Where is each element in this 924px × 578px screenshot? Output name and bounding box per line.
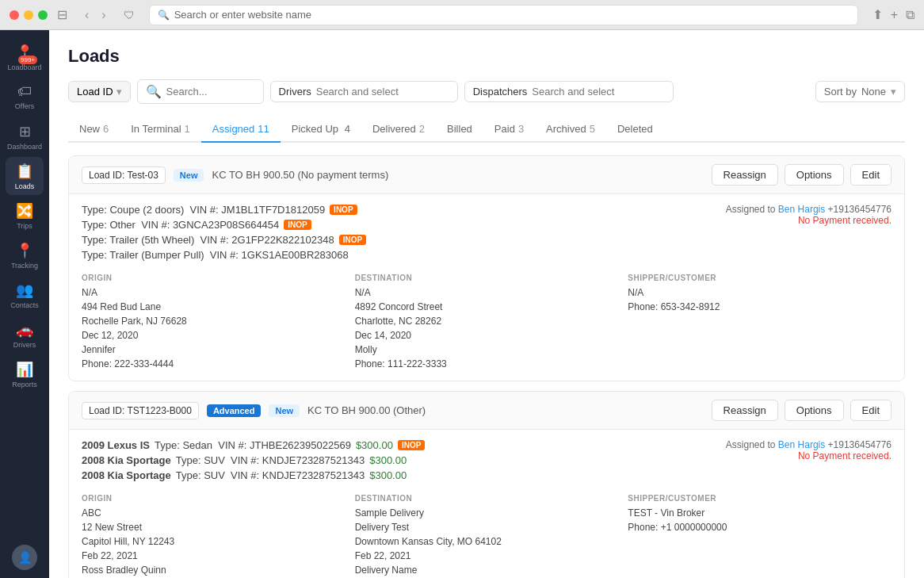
options-button[interactable]: Options [785, 400, 844, 421]
vehicle-name: 2008 Kia Sportage [82, 454, 171, 466]
assign-info: Assigned to Ben Hargis +19136454776 No P… [726, 204, 892, 264]
dest-name: N/A [355, 287, 371, 298]
route-text: KC TO BH 900.50 (No payment terms) [212, 169, 388, 181]
load-id-dropdown-icon: ▾ [116, 86, 122, 98]
inop-badge: INOP [284, 220, 311, 230]
sidebar-item-drivers[interactable]: 🚗 Drivers [6, 316, 44, 354]
titlebar-actions: ⬆ + ⧉ [872, 7, 914, 22]
forward-button[interactable]: › [97, 6, 110, 24]
minimize-button[interactable] [24, 10, 33, 20]
dispatchers-input[interactable] [532, 86, 665, 98]
tab-assigned[interactable]: Assigned11 [201, 117, 281, 143]
reports-icon: 📊 [16, 361, 33, 378]
origin-contact: Jennifer [82, 344, 116, 355]
titlebar: ⊟ ‹ › 🛡 🔍 Search or enter website name ⬆… [0, 0, 924, 30]
vehicle-desc: Type: Coupe (2 doors) VIN #: JM1BL1TF7D1… [82, 204, 325, 216]
payment-status: No Payment received. [726, 215, 892, 226]
tracking-icon: 📍 [16, 242, 33, 259]
tab-delivered[interactable]: Delivered2 [361, 117, 436, 143]
price-badge: $300.00 [369, 469, 407, 481]
route-text: KC TO BH 900.00 (Other) [307, 404, 426, 416]
load-actions: Reassign Options Edit [712, 400, 892, 421]
origin-section: ORIGIN N/A 494 Red Bud Lane Rochelle Par… [82, 274, 346, 371]
vehicle-row: Type: Coupe (2 doors) VIN #: JM1BL1TF7D1… [82, 204, 726, 216]
inop-badge: INOP [339, 235, 366, 245]
sidebar-item-reports[interactable]: 📊 Reports [6, 355, 44, 393]
address-bar-text: Search or enter website name [174, 9, 311, 21]
vehicle-name: 2008 Kia Sportage [82, 469, 171, 481]
sidebar: 📍 Loadboard 999+ 🏷 Offers ⊞ Dashboard 📋 … [0, 30, 49, 578]
sidebar-item-wrap-loadboard: 📍 Loadboard 999+ [6, 38, 44, 78]
sort-dropdown[interactable]: Sort by None ▾ [815, 81, 905, 102]
sidebar-item-tracking[interactable]: 📍 Tracking [6, 236, 44, 274]
shipper-name: N/A [628, 287, 643, 298]
tab-in-terminal[interactable]: In Terminal1 [120, 117, 201, 143]
sidebar-item-trips[interactable]: 🔀 Trips [6, 197, 44, 235]
dest-address: Delivery Test [355, 522, 409, 533]
load-card: Load ID: Test-03 New KC TO BH 900.50 (No… [68, 155, 905, 381]
origin-name: ABC [82, 507, 101, 519]
load-id-badge: Load ID: TST1223-B000 [82, 402, 199, 419]
options-button[interactable]: Options [785, 164, 844, 186]
destination-section: DESTINATION Sample Delivery Delivery Tes… [355, 494, 619, 578]
load-card-body: Type: Coupe (2 doors) VIN #: JM1BL1TF7D1… [69, 194, 904, 381]
dashboard-icon: ⊞ [19, 123, 31, 140]
shipper-name: TEST - Vin Broker [628, 507, 704, 519]
load-id-dropdown[interactable]: Load ID ▾ [68, 81, 131, 102]
reassign-button[interactable]: Reassign [712, 164, 778, 186]
dest-contact: Molly [355, 344, 377, 355]
back-button[interactable]: ‹ [80, 6, 94, 24]
dest-name: Sample Delivery [355, 507, 424, 519]
assigned-name: Ben Hargis [778, 204, 825, 215]
tab-archived[interactable]: Archived5 [535, 117, 606, 143]
traffic-lights [10, 10, 48, 20]
sidebar-label-loads: Loads [15, 182, 35, 190]
sort-label: Sort by [824, 86, 857, 98]
search-input[interactable] [166, 86, 255, 98]
vehicle-desc: Type: SUV VIN #: KNDJE723287521343 [176, 469, 365, 481]
sidebar-toggle-button[interactable]: ⊟ [57, 7, 67, 22]
search-icon: 🔍 [146, 84, 162, 99]
status-badge-advanced: Advanced [207, 404, 262, 417]
dest-date: Dec 14, 2020 [355, 330, 411, 341]
shipper-section: SHIPPER/CUSTOMER N/A Phone: 653-342-8912 [628, 274, 892, 371]
price-badge: $300.00 [369, 454, 407, 466]
fullscreen-button[interactable] [38, 10, 48, 20]
page-title: Loads [68, 46, 905, 67]
tab-new[interactable]: New6 [68, 117, 120, 143]
status-badge-new: New [269, 404, 300, 417]
loadboard-badge: 999+ [18, 56, 37, 64]
origin-contact: Ross Bradley Quinn [82, 565, 166, 576]
user-avatar[interactable]: 👤 [12, 545, 37, 570]
drivers-input[interactable] [316, 86, 449, 98]
tab-picked-up[interactable]: Picked Up 4 [281, 117, 361, 143]
tab-deleted[interactable]: Deleted [606, 117, 664, 143]
dispatchers-filter[interactable]: Dispatchers [464, 81, 674, 102]
new-tab-button[interactable]: + [891, 7, 898, 22]
assigned-phone: +19136454776 [828, 204, 892, 215]
reassign-button[interactable]: Reassign [712, 400, 778, 421]
sidebar-bottom: 👤 [12, 545, 37, 570]
origin-section: ORIGIN ABC 12 New Street Capitol Hill, N… [82, 494, 346, 578]
origin-address: 12 New Street [82, 522, 142, 533]
shipper-section: SHIPPER/CUSTOMER TEST - Vin Broker Phone… [628, 494, 892, 578]
drivers-icon: 🚗 [16, 321, 33, 339]
sidebar-item-loads[interactable]: 📋 Loads [6, 157, 44, 195]
edit-button[interactable]: Edit [850, 400, 892, 421]
sidebar-item-contacts[interactable]: 👥 Contacts [6, 276, 44, 314]
share-button[interactable]: ⬆ [872, 7, 883, 22]
edit-button[interactable]: Edit [850, 164, 892, 186]
vehicle-row: 2008 Kia Sportage Type: SUV VIN #: KNDJE… [82, 454, 726, 466]
assigned-phone: +19136454776 [828, 439, 892, 450]
tab-paid[interactable]: Paid3 [483, 117, 535, 143]
drivers-filter[interactable]: Drivers [270, 81, 458, 102]
vehicle-row: 2008 Kia Sportage Type: SUV VIN #: KNDJE… [82, 469, 726, 481]
tabs-overview-button[interactable]: ⧉ [906, 7, 914, 22]
sidebar-item-offers[interactable]: 🏷 Offers [6, 78, 44, 116]
close-button[interactable] [10, 10, 19, 20]
tab-billed[interactable]: Billed [436, 117, 483, 143]
search-box[interactable]: 🔍 [137, 79, 264, 104]
address-bar[interactable]: 🔍 Search or enter website name [149, 5, 858, 25]
sidebar-item-dashboard[interactable]: ⊞ Dashboard [6, 117, 44, 155]
sidebar-label-offers: Offers [15, 102, 34, 110]
